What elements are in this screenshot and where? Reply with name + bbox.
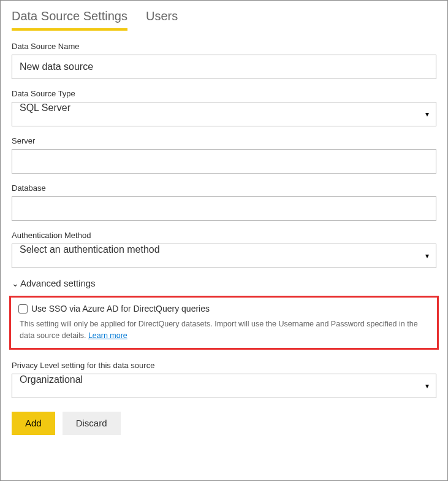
tab-users[interactable]: Users (146, 6, 178, 31)
chevron-down-icon: ⌄ (12, 279, 19, 288)
field-data-source-name: Data Source Name (12, 42, 436, 79)
field-authentication-method: Authentication Method Select an authenti… (12, 231, 436, 268)
select-data-source-type[interactable]: SQL Server (12, 102, 436, 126)
sso-checkbox[interactable] (18, 304, 28, 314)
field-server: Server (12, 136, 436, 174)
sso-helper-text: This setting will only be applied for Di… (18, 318, 430, 342)
advanced-settings-toggle[interactable]: ⌄ Advanced settings (12, 278, 436, 288)
sso-checkbox-label: Use SSO via Azure AD for DirectQuery que… (31, 304, 210, 314)
advanced-settings-label: Advanced settings (20, 278, 96, 288)
tab-bar: Data Source Settings Users (1, 1, 447, 31)
input-server[interactable] (12, 149, 436, 174)
label-database: Database (12, 183, 436, 193)
add-button[interactable]: Add (12, 412, 55, 435)
sso-highlight-box: Use SSO via Azure AD for DirectQuery que… (9, 296, 439, 350)
sso-checkbox-row: Use SSO via Azure AD for DirectQuery que… (18, 304, 430, 314)
select-authentication-method[interactable]: Select an authentication method (12, 244, 436, 268)
learn-more-link[interactable]: Learn more (88, 331, 127, 340)
field-privacy-level: Privacy Level setting for this data sour… (12, 361, 436, 398)
label-privacy-level: Privacy Level setting for this data sour… (12, 361, 436, 370)
input-database[interactable] (12, 196, 436, 221)
field-database: Database (12, 183, 436, 221)
tab-data-source-settings[interactable]: Data Source Settings (12, 6, 127, 31)
field-data-source-type: Data Source Type SQL Server ▾ (12, 89, 436, 126)
settings-form: Data Source Name Data Source Type SQL Se… (1, 31, 447, 446)
select-privacy-level[interactable]: Organizational (12, 374, 436, 398)
discard-button[interactable]: Discard (63, 412, 121, 435)
label-authentication-method: Authentication Method (12, 231, 436, 240)
input-data-source-name[interactable] (12, 55, 436, 79)
label-data-source-name: Data Source Name (12, 42, 436, 51)
label-data-source-type: Data Source Type (12, 89, 436, 98)
button-row: Add Discard (12, 412, 436, 435)
label-server: Server (12, 136, 436, 145)
